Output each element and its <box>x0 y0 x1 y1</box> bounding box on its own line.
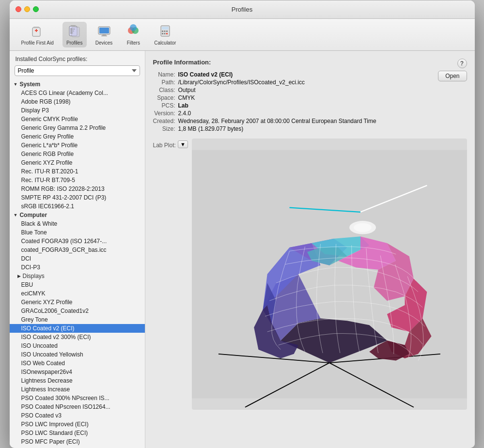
info-row-space: Space: CMYK <box>153 94 376 102</box>
lab-plot-section: Lab Plot: ▼ <box>153 139 467 440</box>
list-item[interactable]: PSO MFC Paper (ECI) <box>10 437 145 446</box>
main-window: Profiles Profile First Aid <box>10 0 475 448</box>
info-row-class: Class: Output <box>153 86 376 94</box>
list-item[interactable]: ISO Coated v2 300% (ECI) <box>10 333 145 341</box>
space-value: CMYK <box>178 94 376 102</box>
list-item[interactable]: ISO Web Coated <box>10 359 145 368</box>
svg-rect-19 <box>162 31 163 32</box>
lab-plot-label: Lab Plot: <box>153 142 176 149</box>
minimize-button[interactable] <box>24 6 30 12</box>
profiles-label: Profiles <box>66 40 82 46</box>
list-item[interactable]: Coated FOGRA39 (ISO 12647-... <box>10 237 145 246</box>
filters-icon <box>126 24 140 39</box>
close-button[interactable] <box>16 6 21 12</box>
lab-plot-dropdown[interactable]: ▼ <box>178 140 188 148</box>
version-label: Version: <box>153 109 178 117</box>
sidebar-header: Installed ColorSync profiles: <box>10 51 145 65</box>
list-item[interactable]: Grey Tone <box>10 315 145 324</box>
window-title: Profiles <box>232 6 252 13</box>
list-item[interactable]: EBU <box>10 280 145 289</box>
profile-first-aid-icon <box>31 24 44 39</box>
toolbar-profiles[interactable]: Profiles <box>62 22 87 47</box>
list-item[interactable]: Generic XYZ Profile <box>10 298 145 307</box>
class-label: Class: <box>153 86 178 94</box>
info-row-name: Name: ISO Coated v2 (ECI) <box>153 71 376 78</box>
group-computer-label: Computer <box>19 212 47 218</box>
toolbar-devices[interactable]: Devices <box>92 22 117 47</box>
traffic-lights <box>16 6 39 12</box>
computer-arrow-icon: ▼ <box>14 213 18 217</box>
list-item[interactable]: Generic Grey Gamma 2.2 Profile <box>10 124 145 132</box>
list-item[interactable]: PSO Coated 300% NPscreen IS... <box>10 394 145 402</box>
content-area: Installed ColorSync profiles: Profile ▼ … <box>10 51 475 448</box>
list-item[interactable]: Blue Tone <box>10 228 145 237</box>
class-value: Output <box>178 86 376 94</box>
svg-point-46 <box>354 223 372 232</box>
pcs-value: Lab <box>178 102 376 109</box>
path-label: Path: <box>153 78 178 86</box>
list-item[interactable]: Generic L*a*b* Profile <box>10 141 145 150</box>
list-item[interactable]: Rec. ITU-R BT.2020-1 <box>10 167 145 176</box>
list-item[interactable]: Generic XYZ Profile <box>10 158 145 167</box>
list-item[interactable]: ROMM RGB: ISO 22028-2:2013 <box>10 185 145 193</box>
list-item[interactable]: Generic RGB Profile <box>10 150 145 158</box>
list-item-selected[interactable]: ISO Coated v2 (ECI) <box>10 324 145 333</box>
devices-label: Devices <box>95 40 113 46</box>
list-item[interactable]: PSO Coated v3 <box>10 411 145 420</box>
list-item[interactable]: ISO Uncoated Yellowish <box>10 350 145 359</box>
list-item[interactable]: coated_FOGRA39_GCR_bas.icc <box>10 246 145 254</box>
svg-rect-22 <box>162 33 163 34</box>
version-value: 2.4.0 <box>178 109 376 117</box>
svg-rect-20 <box>164 31 165 32</box>
list-item[interactable]: sRGB IEC61966-2.1 <box>10 202 145 211</box>
list-item[interactable]: Black & White <box>10 219 145 228</box>
list-item[interactable]: Lightness Decrease <box>10 376 145 385</box>
pcs-label: PCS: <box>153 102 178 109</box>
list-item[interactable]: Rec. ITU-R BT.709-5 <box>10 176 145 185</box>
list-item[interactable]: ISO Uncoated <box>10 341 145 350</box>
subgroup-displays[interactable]: ▶ Displays <box>10 272 145 280</box>
list-item[interactable]: eciCMYK <box>10 289 145 298</box>
calculator-label: Calculator <box>154 40 176 46</box>
open-button[interactable]: Open <box>438 71 467 81</box>
profile-category-dropdown[interactable]: Profile <box>15 65 140 76</box>
group-system[interactable]: ▼ System <box>10 80 145 89</box>
list-item[interactable]: ACES CG Linear (Academy Col... <box>10 89 145 97</box>
list-item[interactable]: PSO LWC Standard (ECI) <box>10 429 145 437</box>
list-item[interactable]: GRACoL2006_Coated1v2 <box>10 307 145 315</box>
svg-rect-21 <box>166 31 168 32</box>
toolbar-calculator[interactable]: Calculator <box>150 22 180 47</box>
svg-rect-12 <box>102 34 106 35</box>
list-item[interactable]: Adobe RGB (1998) <box>10 97 145 106</box>
info-row-created: Created: Wednesday, 28. February 2007 at… <box>153 117 376 125</box>
list-item[interactable]: Lightness Increase <box>10 385 145 394</box>
list-item[interactable]: Display P3 <box>10 106 145 115</box>
group-computer[interactable]: ▼ Computer <box>10 211 145 219</box>
toolbar-profile-first-aid[interactable]: Profile First Aid <box>17 22 58 47</box>
list-item[interactable]: DCI-P3 <box>10 263 145 272</box>
list-item[interactable]: PSO Coated NPscreen ISO1264... <box>10 402 145 411</box>
list-item[interactable]: SMPTE RP 431-2-2007 DCI (P3) <box>10 193 145 202</box>
list-item[interactable]: Generic CMYK Profile <box>10 115 145 124</box>
svg-rect-11 <box>99 28 109 33</box>
filters-label: Filters <box>127 40 140 46</box>
list-item[interactable]: DCI <box>10 254 145 263</box>
devices-icon <box>97 24 111 39</box>
svg-rect-13 <box>101 35 107 36</box>
list-item[interactable]: PSO LWC Improved (ECI) <box>10 420 145 429</box>
lab-plot-visualization <box>192 139 467 410</box>
svg-point-16 <box>130 24 137 31</box>
profile-info-header: Profile Information: <box>153 59 467 66</box>
created-value: Wednesday, 28. February 2007 at 08:00:00… <box>178 117 376 125</box>
profiles-icon <box>68 24 81 39</box>
toolbar-filters[interactable]: Filters <box>121 22 145 47</box>
help-button[interactable]: ? <box>457 59 467 68</box>
info-row-version: Version: 2.4.0 <box>153 109 376 117</box>
maximize-button[interactable] <box>33 6 39 12</box>
list-item[interactable]: ISOnewspaper26v4 <box>10 368 145 376</box>
svg-rect-9 <box>72 27 79 37</box>
info-row-pcs: PCS: Lab <box>153 102 376 109</box>
list-item[interactable]: Generic Grey Profile <box>10 132 145 141</box>
svg-rect-1 <box>33 27 39 28</box>
list-item[interactable]: PSO SC-B Paper v3 (FOGRA54) <box>10 446 145 448</box>
